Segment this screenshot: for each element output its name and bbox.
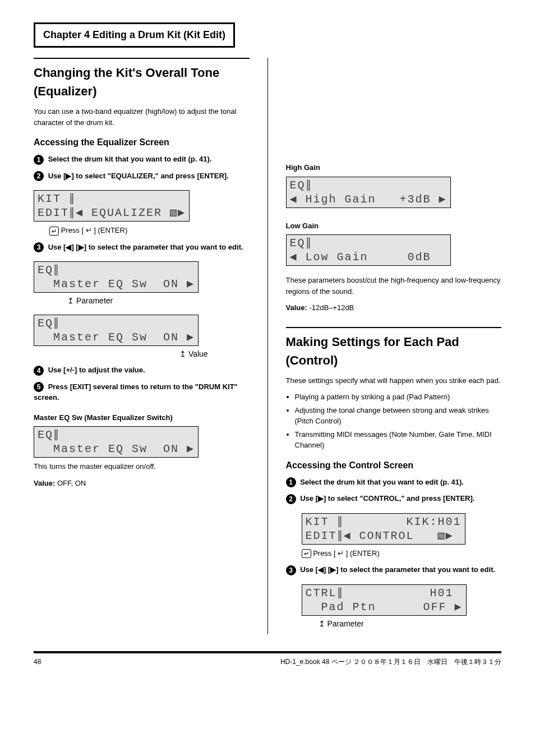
gain-value: Value: -12dB–+12dB [286,302,502,314]
step-2b: 2 Use [▶] to select "CONTROL," and press… [286,493,502,504]
step-number-icon: 1 [286,477,296,487]
left-arrow-icon: ◀ [66,243,71,251]
param-low-gain: Low Gain EQ∥◀ Low Gain 0dB [286,220,502,270]
lcd-screen-ctrl-pad-ptn: CTRL∥ H01 Pad Ptn OFF ▶ [302,584,467,616]
intro2: These settings specify what will happen … [286,375,502,386]
section-title-control: Making Settings for Each Pad (Control) [286,327,502,370]
enter-hint-text: Press [ ↵ ] (ENTER) [61,226,128,234]
lcd-screen-eq-master-sw-value: EQ∥ Master EQ Sw ON ▶ [34,315,199,346]
lcd-screen-kit-edit-equalizer: KIT ∥EDIT∥◀ EQUALIZER ▧▶ [34,190,190,222]
step-5: 5 Press [EXIT] several times to return t… [34,381,250,403]
step-3-mid: ] [ [71,243,78,251]
step-4: 4 Use [+/-] to adjust the value. [34,365,250,376]
gain-desc: These parameters boost/cut the high-freq… [286,275,502,297]
control-bullets: Playing a pattern by striking a pad (Pad… [286,391,502,451]
step-3-pre: Use [ [48,243,66,251]
param-value: Value: OFF, ON [34,478,250,489]
pointer-parameter-2: ↥ Parameter [319,618,502,630]
chapter-header: Chapter 4 Editing a Drum Kit (Kit Edit) [34,22,235,48]
step-number-icon: 4 [34,366,44,376]
right-arrow-icon: ▶ [66,172,71,180]
lcd-screen-low-gain: EQ∥◀ Low Gain 0dB [286,234,451,266]
step-3: 3 Use [◀] [▶] to select the parameter th… [34,242,250,253]
param-name: High Gain [286,162,502,173]
param-desc: This turns the master equalizer on/off. [34,461,250,472]
intro-text: You can use a two-band equalizer (high/l… [34,106,250,128]
step-number-icon: 2 [286,494,296,504]
page-number: 48 [34,657,41,667]
step-number-icon: 5 [34,382,44,392]
subheading-access-eq: Accessing the Equalizer Screen [34,136,250,149]
step-number-icon: 1 [34,155,44,165]
section-title-equalizer: Changing the Kit's Overall Tone (Equaliz… [34,58,250,100]
param-high-gain: High Gain EQ∥◀ High Gain +3dB ▶ [286,162,502,211]
enter-icon: ↵ [49,227,59,236]
enter-hint: ↵ Press [ ↵ ] (ENTER) [49,225,250,236]
page-footer: 48 HD-1_e.book 48 ページ ２００８年１月１６日 水曜日 午後１… [34,651,501,667]
left-arrow-icon: ◀ [318,565,324,574]
step-number-icon: 3 [34,242,44,252]
step-number-icon: 3 [286,565,296,575]
lcd-screen-param-master-eq-sw: EQ∥ Master EQ Sw ON ▶ [34,426,199,458]
pointer-value: ↥ Value [179,348,250,360]
two-column-layout: Changing the Kit's Overall Tone (Equaliz… [34,58,501,634]
step-1b-text: Select the drum kit that you want to edi… [300,478,464,486]
param-name: Master EQ Sw (Master Equalizer Switch) [34,412,250,423]
step-3b-mid: ] [ [324,565,330,574]
step-3-post: ] to select the parameter that you want … [84,243,243,251]
lcd-screen-high-gain: EQ∥◀ High Gain +3dB ▶ [286,177,451,208]
right-column: High Gain EQ∥◀ High Gain +3dB ▶ Low Gain… [286,58,502,634]
step-2-post: ] to select "EQUALIZER," and press [ENTE… [71,172,228,180]
right-arrow-icon: ▶ [318,494,324,503]
subheading-access-control: Accessing the Control Screen [286,459,502,472]
enter-hint-text-2: Press [ ↵ ] (ENTER) [313,549,380,557]
step-1b: 1 Select the drum kit that you want to e… [286,477,502,488]
param-name: Low Gain [286,220,502,232]
pointer-parameter: ↥ Parameter [67,295,250,307]
step-3b: 3 Use [◀] [▶] to select the parameter th… [286,564,502,575]
right-arrow-icon: ▶ [79,243,84,251]
step-number-icon: 2 [34,171,44,181]
enter-icon: ↵ [302,549,311,558]
step-3b-post: ] to select the parameter that you want … [336,565,495,574]
step-5-text: Press [EXIT] several times to return to … [34,382,238,402]
column-divider [268,58,268,634]
lcd-screen-kit-edit-control: KIT ∥ KIK:H01EDIT∥◀ CONTROL ▧▶ [302,513,465,545]
step-2b-pre: Use [ [300,494,318,503]
step-2b-post: ] to select "CONTROL," and press [ENTER]… [324,494,474,503]
step-2: 2 Use [▶] to select "EQUALIZER," and pre… [34,170,250,182]
lcd-screen-eq-master-sw-param: EQ∥ Master EQ Sw ON ▶ [34,261,199,293]
right-arrow-icon: ▶ [330,565,336,574]
bullet-pad-pattern: Playing a pattern by striking a pad (Pad… [295,391,502,403]
step-1-text: Select the drum kit that you want to edi… [48,155,212,163]
step-1: 1 Select the drum kit that you want to e… [34,154,250,165]
param-master-eq-sw: Master EQ Sw (Master Equalizer Switch) E… [34,412,250,489]
bullet-pitch-control: Adjusting the tonal change between stron… [295,405,502,427]
step-2-pre: Use [ [48,172,66,180]
enter-hint-2: ↵ Press [ ↵ ] (ENTER) [302,548,502,559]
bullet-midi: Transmitting MIDI messages (Note Number,… [295,429,502,451]
step-4-text: Use [+/-] to adjust the value. [48,366,145,374]
left-column: Changing the Kit's Overall Tone (Equaliz… [34,58,250,634]
doc-meta: HD-1_e.book 48 ページ ２００８年１月１６日 水曜日 午後１時３１… [280,657,501,667]
step-3b-pre: Use [ [300,565,318,574]
